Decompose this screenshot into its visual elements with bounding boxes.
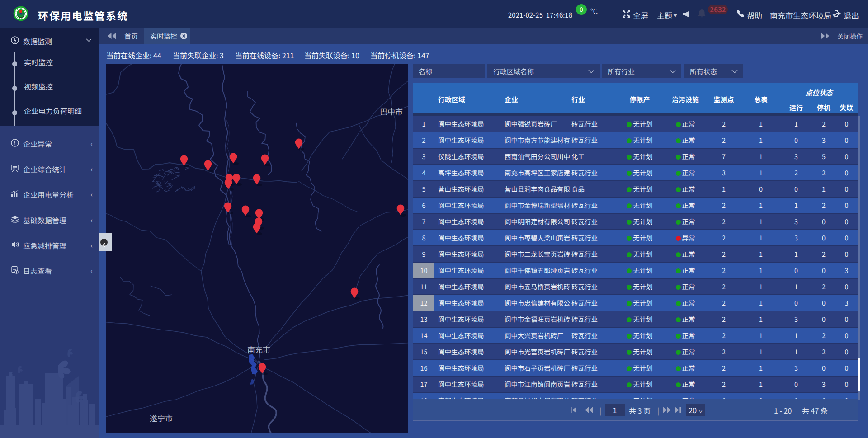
svg-text:遂宁市: 遂宁市 (150, 412, 173, 424)
svg-text:南充市: 南充市 (247, 344, 270, 355)
svg-text:巴中市: 巴中市 (380, 106, 403, 117)
